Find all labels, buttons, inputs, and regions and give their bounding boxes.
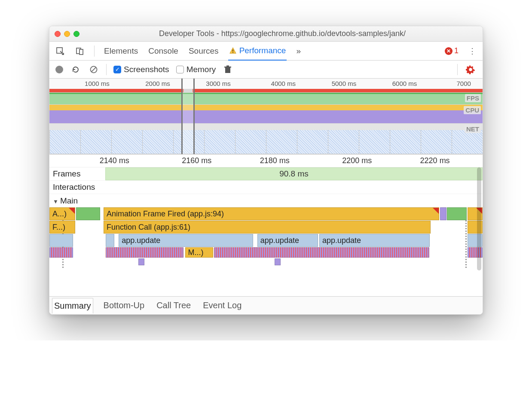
chevron-down-icon: ▼ [53,198,58,205]
interactions-row: Interactions [49,181,483,194]
svg-rect-8 [224,67,231,68]
flame-ruler: 2140 ms 2160 ms 2180 ms 2200 ms 2220 ms [49,155,483,167]
memory-label: Memory [187,65,216,74]
flame-seg-layout[interactable] [440,207,446,220]
flame-seg-paint[interactable] [76,207,100,220]
tab-summary[interactable]: Summary [52,298,93,313]
flame-panel[interactable]: 2140 ms 2160 ms 2180 ms 2200 ms 2220 ms … [49,155,483,296]
tick: 2140 ms [100,156,129,165]
flame-seg[interactable]: F...) [49,221,75,234]
svg-rect-4 [232,52,233,53]
tick: 5000 ms [332,80,357,87]
trash-icon[interactable] [223,64,233,75]
separator [94,46,95,57]
overview-panel[interactable]: 1000 ms 2000 ms 3000 ms 4000 ms 5000 ms … [49,79,483,155]
maximize-icon[interactable] [73,31,79,37]
error-badge[interactable]: ✕ 1 [445,46,459,55]
flame-seg[interactable]: Function Call (app.js:61) [104,221,431,234]
tab-sources[interactable]: Sources [188,42,220,60]
window-title: Developer Tools - https://googlechrome.g… [87,29,477,38]
error-icon: ✕ [445,47,453,55]
main-row-header[interactable]: ▼Main [49,194,483,207]
tab-performance-label: Performance [239,46,286,55]
flame-seg[interactable] [106,247,183,258]
window-controls [55,31,79,37]
reload-icon[interactable] [70,64,81,75]
tick: 2180 ms [260,156,290,165]
tick: 2220 ms [420,156,450,165]
clear-icon[interactable] [88,64,99,75]
screenshots-checkbox[interactable]: ✓ Screenshots [113,65,169,74]
svg-rect-7 [225,67,230,73]
tick: 2200 ms [342,156,372,165]
tick: 2160 ms [182,156,211,165]
flame-seg-paint[interactable] [447,207,466,220]
close-icon[interactable] [55,31,61,37]
cpu-label: CPU [464,106,481,114]
fps-label: FPS [465,94,481,102]
tick: 4000 ms [271,80,296,87]
flame-seg[interactable]: app.update [319,234,430,247]
flame-seg[interactable] [138,258,144,265]
perf-toolbar: ✓ Screenshots Memory [49,61,483,79]
overview-frames-bar [49,89,483,92]
details-tabs: Summary Bottom-Up Call Tree Event Log [49,296,483,314]
flame-seg[interactable]: app.update [257,234,318,247]
tab-event-log[interactable]: Event Log [201,298,243,313]
overview-cpu-lane: CPU [49,104,483,123]
tab-bottom-up[interactable]: Bottom-Up [102,298,147,313]
tab-call-tree[interactable]: Call Tree [155,298,193,313]
settings-gear-icon[interactable] [465,64,477,76]
titlebar: Developer Tools - https://googlechrome.g… [49,26,483,42]
flame-seg[interactable]: M...) [185,247,214,258]
overview-ruler: 1000 ms 2000 ms 3000 ms 4000 ms 5000 ms … [49,79,483,89]
record-button[interactable] [55,66,63,73]
main-thread-tracks: A...) Animation Frame Fired (app.js:94) … [49,207,483,268]
net-label: NET [465,125,481,133]
frames-row: Frames 90.8 ms [49,167,483,181]
tab-console[interactable]: Console [147,42,179,60]
tick: 6000 ms [392,80,417,87]
frame-duration[interactable]: 90.8 ms [105,167,483,180]
flame-seg[interactable]: Animation Frame Fired (app.js:94) [104,207,439,220]
device-toggle-icon[interactable] [74,46,86,57]
tab-more[interactable]: » [295,42,302,60]
flame-seg[interactable] [49,247,73,258]
scrollbar[interactable] [477,167,481,270]
tick: 1000 ms [85,80,110,87]
warning-icon [229,47,237,55]
minimize-icon[interactable] [64,31,70,37]
tab-elements[interactable]: Elements [103,42,139,60]
error-count: 1 [454,46,459,55]
devtools-window: Developer Tools - https://googlechrome.g… [49,26,483,315]
screenshots-label: Screenshots [124,65,169,74]
flame-seg[interactable] [275,258,281,265]
main-label: Main [60,196,78,205]
svg-rect-2 [79,49,83,55]
tick: 2000 ms [145,80,170,87]
overview-fps-lane: FPS [49,92,483,104]
tab-performance[interactable]: Performance [228,42,287,61]
tick: 3000 ms [206,80,231,87]
frames-label: Frames [49,169,105,179]
svg-rect-9 [226,65,229,67]
overview-net-lane: NET [49,123,483,130]
flame-seg[interactable] [106,234,114,247]
flame-seg[interactable]: A...) [49,207,75,220]
flame-seg[interactable] [214,247,429,258]
flame-seg[interactable] [49,234,73,247]
separator [106,64,107,75]
interactions-label: Interactions [49,182,105,192]
svg-rect-3 [232,49,233,52]
overview-selection[interactable] [181,79,194,154]
inspect-icon[interactable] [55,46,66,57]
separator [457,64,458,75]
screenshot-strip [49,130,483,154]
kebab-menu-icon[interactable]: ⋮ [467,45,477,57]
checkbox-checked-icon: ✓ [113,66,121,73]
svg-line-6 [92,67,96,72]
main-tabbar: Elements Console Sources Performance » ✕… [49,42,483,61]
memory-checkbox[interactable]: Memory [176,65,216,74]
flame-seg[interactable]: app.update [119,234,253,247]
checkbox-icon [176,66,184,73]
